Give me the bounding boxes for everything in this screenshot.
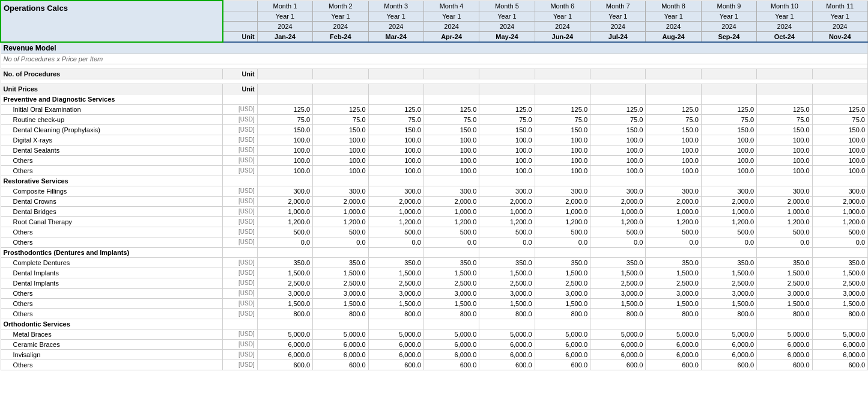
- table-row: Dental Bridges[USD]1,000.01,000.01,000.0…: [1, 206, 868, 216]
- month-11-header: Month 11: [812, 1, 867, 11]
- table-row: Digital X-rays[USD]100.0100.0100.0100.01…: [1, 135, 868, 145]
- data-value: 75.0: [590, 114, 646, 124]
- category-cell: [313, 247, 368, 257]
- month-10-header: Month 10: [757, 1, 812, 11]
- data-value: 300.0: [535, 186, 590, 196]
- data-value: 1,000.0: [646, 206, 701, 216]
- year-num-6: 2024: [535, 21, 590, 31]
- data-value: 800.0: [313, 308, 368, 319]
- data-value: 600.0: [313, 360, 368, 370]
- data-unit: [USD]: [223, 288, 258, 298]
- table-row: Others[USD]0.00.00.00.00.00.00.00.00.00.…: [1, 237, 868, 247]
- header-row: Operations Calcs Month 1 Month 2 Month 3…: [1, 1, 868, 11]
- data-unit: [USD]: [223, 227, 258, 237]
- data-value: 2,000.0: [535, 196, 590, 206]
- year-1-6: Year 1: [535, 11, 590, 21]
- year-num-5: 2024: [479, 21, 535, 31]
- data-value: 800.0: [479, 308, 535, 319]
- table-row: Others[USD]100.0100.0100.0100.0100.0100.…: [1, 165, 868, 176]
- data-value: 1,500.0: [479, 268, 535, 278]
- data-value: 150.0: [257, 124, 312, 135]
- category-cell: [368, 176, 423, 186]
- data-value: 125.0: [535, 104, 590, 114]
- data-value: 6,000.0: [757, 339, 812, 349]
- data-label: Dental Bridges: [1, 206, 223, 216]
- data-value: 150.0: [313, 124, 368, 135]
- data-value: 100.0: [423, 165, 479, 176]
- data-value: 100.0: [590, 155, 646, 165]
- year-1-10: Year 1: [757, 11, 812, 21]
- year-1-3: Year 1: [368, 11, 423, 21]
- data-value: 100.0: [313, 135, 368, 145]
- data-value: 5,000.0: [535, 329, 590, 339]
- data-value: 1,200.0: [757, 216, 812, 227]
- data-value: 75.0: [757, 114, 812, 124]
- table-row: [1, 79, 868, 84]
- category-cell: [313, 94, 368, 104]
- data-unit: [USD]: [223, 165, 258, 176]
- data-value: 1,000.0: [535, 206, 590, 216]
- data-value: 6,000.0: [368, 339, 423, 349]
- data-value: 5,000.0: [757, 329, 812, 339]
- data-value: 100.0: [701, 155, 756, 165]
- data-value: 75.0: [257, 114, 312, 124]
- data-unit: [USD]: [223, 339, 258, 349]
- category-cell: [590, 176, 646, 186]
- data-value: 500.0: [535, 227, 590, 237]
- data-value: 1,000.0: [423, 206, 479, 216]
- data-value: 100.0: [368, 165, 423, 176]
- data-unit: [USD]: [223, 196, 258, 206]
- data-value: 100.0: [812, 135, 867, 145]
- data-value: 1,200.0: [812, 216, 867, 227]
- data-label: Dental Implants: [1, 268, 223, 278]
- data-value: 1,000.0: [368, 206, 423, 216]
- month-8-header: Month 8: [646, 1, 701, 11]
- data-value: 1,000.0: [701, 206, 756, 216]
- data-unit: [USD]: [223, 329, 258, 339]
- data-value: 800.0: [423, 308, 479, 319]
- data-unit: [USD]: [223, 298, 258, 308]
- category-label: Orthodontic Services: [1, 319, 223, 329]
- data-unit: [USD]: [223, 237, 258, 247]
- data-value: 150.0: [368, 124, 423, 135]
- data-value: 125.0: [423, 104, 479, 114]
- data-value: 75.0: [535, 114, 590, 124]
- category-label: Preventive and Diagnostic Services: [1, 94, 223, 104]
- data-value: 3,000.0: [535, 288, 590, 298]
- year-1-8: Year 1: [646, 11, 701, 21]
- data-value: 1,500.0: [313, 268, 368, 278]
- category-cell: [646, 94, 701, 104]
- data-value: 100.0: [812, 165, 867, 176]
- data-value: 2,000.0: [368, 196, 423, 206]
- category-cell: [757, 94, 812, 104]
- data-value: 500.0: [257, 227, 312, 237]
- data-value: 2,000.0: [646, 196, 701, 206]
- data-value: 100.0: [257, 145, 312, 155]
- data-value: 0.0: [701, 237, 756, 247]
- data-value: 3,000.0: [701, 288, 756, 298]
- data-value: 100.0: [368, 145, 423, 155]
- table-row: Preventive and Diagnostic Services: [1, 94, 868, 104]
- table-row: No. of ProceduresUnit: [1, 69, 868, 79]
- data-value: 1,500.0: [535, 298, 590, 308]
- group-header-cell: [257, 69, 312, 79]
- data-value: 1,200.0: [701, 216, 756, 227]
- year-num-2: 2024: [313, 21, 368, 31]
- data-value: 2,500.0: [812, 278, 867, 288]
- data-value: 300.0: [423, 186, 479, 196]
- category-unit: [223, 247, 258, 257]
- group-header-cell: [757, 84, 812, 94]
- data-value: 100.0: [590, 135, 646, 145]
- sep-24-header: Sep-24: [701, 31, 756, 42]
- jan-24-header: Jan-24: [257, 31, 312, 42]
- data-value: 5,000.0: [423, 329, 479, 339]
- data-value: 100.0: [701, 135, 756, 145]
- group-header-cell: [368, 84, 423, 94]
- data-value: 125.0: [479, 104, 535, 114]
- month-9-header: Month 9: [701, 1, 756, 11]
- data-value: 1,200.0: [257, 216, 312, 227]
- data-value: 1,200.0: [646, 216, 701, 227]
- data-value: 600.0: [812, 360, 867, 370]
- group-header-cell: [257, 84, 312, 94]
- group-header-cell: [423, 69, 479, 79]
